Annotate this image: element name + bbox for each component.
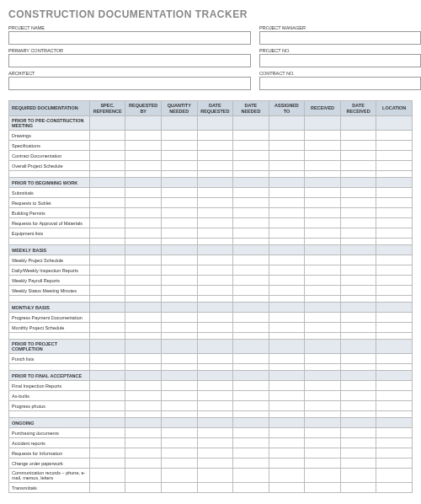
data-cell[interactable] (233, 151, 269, 161)
data-cell[interactable] (305, 391, 341, 401)
data-cell[interactable] (197, 208, 233, 218)
data-cell[interactable] (376, 276, 413, 286)
data-cell[interactable] (89, 255, 125, 265)
data-cell[interactable] (269, 448, 305, 458)
data-cell[interactable] (89, 448, 125, 458)
data-cell[interactable] (269, 131, 305, 141)
data-cell[interactable] (340, 354, 376, 364)
data-cell[interactable] (305, 131, 341, 141)
data-cell[interactable] (269, 286, 305, 296)
data-cell[interactable] (162, 228, 198, 239)
data-cell[interactable] (233, 228, 269, 239)
data-cell[interactable] (89, 381, 125, 391)
data-cell[interactable] (376, 401, 413, 411)
data-cell[interactable] (305, 354, 341, 364)
data-cell[interactable] (162, 469, 198, 483)
data-cell[interactable] (269, 188, 305, 198)
data-cell[interactable] (376, 198, 413, 208)
data-cell[interactable] (340, 483, 376, 493)
data-cell[interactable] (162, 161, 198, 171)
data-cell[interactable] (269, 218, 305, 228)
data-cell[interactable] (89, 469, 125, 483)
data-cell[interactable] (305, 208, 341, 218)
data-cell[interactable] (89, 276, 125, 286)
data-cell[interactable] (233, 161, 269, 171)
data-cell[interactable] (89, 354, 125, 364)
data-cell[interactable] (125, 391, 162, 401)
data-cell[interactable] (233, 469, 269, 483)
data-cell[interactable] (269, 401, 305, 411)
data-cell[interactable] (269, 198, 305, 208)
data-cell[interactable] (125, 354, 162, 364)
data-cell[interactable] (340, 161, 376, 171)
data-cell[interactable] (269, 483, 305, 493)
data-cell[interactable] (269, 381, 305, 391)
data-cell[interactable] (376, 428, 413, 438)
data-cell[interactable] (376, 208, 413, 218)
data-cell[interactable] (340, 458, 376, 469)
data-cell[interactable] (89, 428, 125, 438)
data-cell[interactable] (269, 208, 305, 218)
data-cell[interactable] (125, 141, 162, 151)
data-cell[interactable] (376, 354, 413, 364)
data-cell[interactable] (376, 255, 413, 265)
data-cell[interactable] (376, 151, 413, 161)
data-cell[interactable] (305, 286, 341, 296)
data-cell[interactable] (197, 483, 233, 493)
data-cell[interactable] (89, 313, 125, 323)
data-cell[interactable] (340, 218, 376, 228)
data-cell[interactable] (125, 228, 162, 239)
data-cell[interactable] (162, 323, 198, 333)
data-cell[interactable] (340, 265, 376, 276)
data-cell[interactable] (197, 228, 233, 239)
data-cell[interactable] (89, 218, 125, 228)
data-cell[interactable] (233, 276, 269, 286)
data-cell[interactable] (162, 428, 198, 438)
data-cell[interactable] (340, 188, 376, 198)
data-cell[interactable] (305, 323, 341, 333)
data-cell[interactable] (125, 381, 162, 391)
data-cell[interactable] (89, 198, 125, 208)
data-cell[interactable] (162, 265, 198, 276)
data-cell[interactable] (125, 428, 162, 438)
data-cell[interactable] (125, 458, 162, 469)
input-project-name[interactable] (8, 31, 251, 45)
data-cell[interactable] (89, 286, 125, 296)
data-cell[interactable] (162, 438, 198, 448)
data-cell[interactable] (197, 265, 233, 276)
input-primary-contractor[interactable] (8, 54, 251, 67)
data-cell[interactable] (305, 438, 341, 448)
data-cell[interactable] (125, 438, 162, 448)
data-cell[interactable] (89, 131, 125, 141)
data-cell[interactable] (162, 354, 198, 364)
data-cell[interactable] (340, 381, 376, 391)
data-cell[interactable] (197, 401, 233, 411)
data-cell[interactable] (197, 198, 233, 208)
data-cell[interactable] (162, 218, 198, 228)
data-cell[interactable] (162, 483, 198, 493)
data-cell[interactable] (125, 255, 162, 265)
input-contract-no[interactable] (259, 77, 421, 90)
data-cell[interactable] (305, 469, 341, 483)
data-cell[interactable] (197, 354, 233, 364)
data-cell[interactable] (376, 483, 413, 493)
data-cell[interactable] (340, 469, 376, 483)
data-cell[interactable] (305, 151, 341, 161)
data-cell[interactable] (125, 161, 162, 171)
data-cell[interactable] (376, 381, 413, 391)
data-cell[interactable] (162, 141, 198, 151)
data-cell[interactable] (269, 354, 305, 364)
data-cell[interactable] (376, 188, 413, 198)
data-cell[interactable] (89, 401, 125, 411)
data-cell[interactable] (269, 458, 305, 469)
data-cell[interactable] (269, 313, 305, 323)
data-cell[interactable] (233, 141, 269, 151)
data-cell[interactable] (376, 141, 413, 151)
data-cell[interactable] (162, 313, 198, 323)
data-cell[interactable] (89, 161, 125, 171)
data-cell[interactable] (305, 188, 341, 198)
data-cell[interactable] (305, 228, 341, 239)
input-architect[interactable] (8, 77, 251, 90)
data-cell[interactable] (233, 381, 269, 391)
data-cell[interactable] (305, 313, 341, 323)
